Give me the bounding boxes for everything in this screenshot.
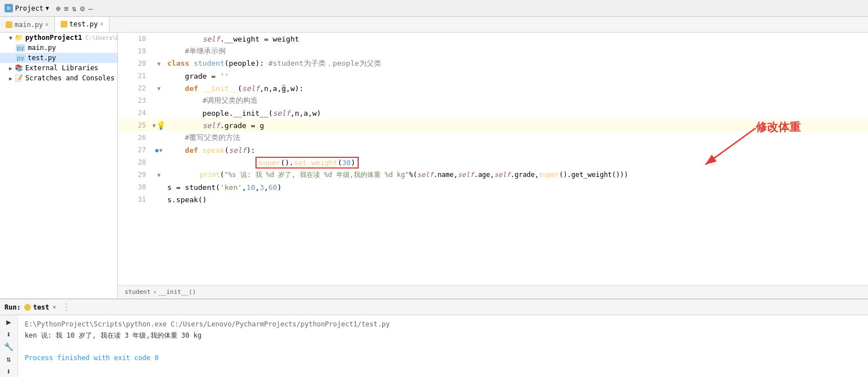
sort-icon[interactable]: ⇅ (72, 4, 76, 13)
scratches-icon: 📝 (15, 74, 23, 82)
code-line-30: 30 s = student('ken',10,3,60) (118, 181, 868, 193)
sidebar-label-extlib: External Libraries (25, 64, 98, 72)
sidebar-label-main: main.py (28, 44, 56, 52)
sidebar-item-test-py[interactable]: py test.py (0, 53, 117, 63)
sidebar-item-main-py[interactable]: py main.py (0, 43, 117, 53)
project-selector[interactable]: ≡ Project ▼ (4, 4, 49, 12)
run-stop-button[interactable]: ⬇ (3, 330, 15, 339)
run-panel: Run: test × ⋮ ▶ ⬇ 🔧 ⇅ ⬇ E:\PythonProject… (0, 298, 868, 377)
fold-icon-20: ▼ (157, 61, 161, 67)
editor-area: 18 self.__weight = weight 19 #单继承示例 20 ▼… (118, 33, 868, 298)
py-file-icon-test: py (16, 54, 25, 62)
tabs-bar: main.py × test.py × (0, 17, 868, 33)
breadcrumb-sep1: › (153, 288, 157, 296)
tab-close-main[interactable]: × (45, 21, 49, 28)
run-more-dots: ⋮ (62, 302, 71, 312)
add-icon[interactable]: ⊕ (56, 4, 60, 13)
tab-test-py[interactable]: test.py × (55, 17, 110, 32)
run-tab-icon (24, 304, 31, 311)
code-line-22: 22 ▼ def __init__(self,n,a,g,w): (118, 82, 868, 94)
run-settings-button[interactable]: 🔧 (3, 342, 15, 351)
code-line-empty (118, 206, 868, 251)
bulb-icon[interactable]: 💡 (156, 121, 166, 130)
project-arrow-icon: ▼ (9, 35, 12, 41)
run-output-result: ken 说: 我 10 岁了, 我在读 3 年级,我的体重 30 kg (25, 330, 861, 341)
fold-icon-27: ▼ (159, 147, 163, 153)
run-body: ▶ ⬇ 🔧 ⇅ ⬇ E:\PythonProject\Scripts\pytho… (0, 315, 868, 377)
run-output-success: Process finished with exit code 0 (25, 352, 861, 364)
file-icon-test (61, 21, 67, 28)
scratches-arrow-icon: ▶ (9, 75, 12, 81)
debug-dot-icon: ● (155, 147, 158, 153)
sidebar-item-scratches[interactable]: ▶ 📝 Scratches and Consoles (0, 73, 117, 83)
collapse-icon[interactable]: — (88, 4, 93, 13)
file-icon-main (6, 21, 12, 28)
code-line-26: 26 #覆写父类的方法 (118, 131, 868, 144)
run-label: Run: (4, 303, 21, 311)
sidebar-item-external-libs[interactable]: ▶ 📚 External Libraries (0, 63, 117, 73)
tab-main-py[interactable]: main.py × (0, 17, 55, 32)
code-container[interactable]: 18 self.__weight = weight 19 #单继承示例 20 ▼… (118, 33, 868, 285)
main-area: ▼ 📁 pythonProject1 C:\Users\Lenovo py ma… (0, 33, 868, 298)
red-box-highlight: super().set_weight(30) (255, 157, 359, 169)
settings-icon[interactable]: ⚙ (80, 4, 85, 13)
project-icon: ≡ (4, 4, 13, 12)
fold-icon-29: ▼ (157, 172, 161, 178)
run-header: Run: test × ⋮ (0, 299, 868, 315)
run-scroll-button[interactable]: ⬇ (3, 367, 15, 376)
sidebar-item-project[interactable]: ▼ 📁 pythonProject1 C:\Users\Lenovo (0, 33, 117, 43)
py-file-icon-main: py (16, 44, 25, 52)
extlib-arrow-icon: ▶ (9, 65, 12, 71)
toolbar-icons: ⊕ ≡ ⇅ ⚙ — (56, 4, 93, 13)
list-icon[interactable]: ≡ (64, 4, 68, 13)
run-output-blank (25, 341, 861, 352)
breadcrumb-method[interactable]: __init__() (159, 288, 196, 296)
toolbar: ≡ Project ▼ ⊕ ≡ ⇅ ⚙ — (0, 0, 868, 17)
run-sort-button[interactable]: ⇅ (3, 355, 15, 364)
tab-close-test[interactable]: × (100, 21, 103, 27)
code-line-18: 18 self.__weight = weight (118, 33, 868, 45)
run-output-cmd: E:\PythonProject\Scripts\python.exe C:/U… (25, 319, 861, 330)
fold-icon-22: ▼ (157, 85, 161, 92)
run-sidebar: ▶ ⬇ 🔧 ⇅ ⬇ (0, 315, 18, 377)
run-tab-label: test (33, 303, 49, 311)
sidebar: ▼ 📁 pythonProject1 C:\Users\Lenovo py ma… (0, 33, 118, 298)
code-line-23: 23 #调用父类的构造 (118, 94, 868, 107)
project-label[interactable]: Project (15, 4, 44, 12)
project-name: pythonProject1 (25, 34, 82, 42)
code-line-20: 20 ▼ class student(people): #student为子类，… (118, 57, 868, 70)
run-tab-close[interactable]: × (53, 304, 56, 310)
tab-label-test: test.py (70, 20, 98, 28)
breadcrumb-class[interactable]: student (125, 288, 150, 296)
code-line-29: 29 ▼ print("%s 说: 我 %d 岁了, 我在读 %d 年级,我的体… (118, 169, 868, 181)
code-line-21: 21 grade = '' (118, 70, 868, 82)
code-line-19: 19 #单继承示例 (118, 45, 868, 57)
code-line-31: 31 s.speak() (118, 193, 868, 206)
code-line-24: 24 people.__init__(self,n,a,w) (118, 107, 868, 119)
code-line-28: 28 super().set_weight(30) (118, 156, 868, 169)
run-output: E:\PythonProject\Scripts\python.exe C:/U… (18, 315, 868, 377)
tab-label-main: main.py (15, 21, 43, 29)
sidebar-label-scratches: Scratches and Consoles (25, 74, 115, 82)
sidebar-label-test: test.py (28, 54, 56, 62)
run-tab-test[interactable]: test × (24, 303, 56, 311)
project-path: C:\Users\Lenovo (85, 35, 118, 41)
extlib-icon: 📚 (15, 64, 23, 72)
run-play-button[interactable]: ▶ (3, 317, 15, 326)
breadcrumb-bar: student › __init__() (118, 285, 868, 298)
project-dropdown-icon[interactable]: ▼ (45, 5, 49, 11)
folder-icon: 📁 (15, 34, 23, 42)
code-line-25: 25 ▼ 💡 self.grade = g (118, 119, 868, 131)
